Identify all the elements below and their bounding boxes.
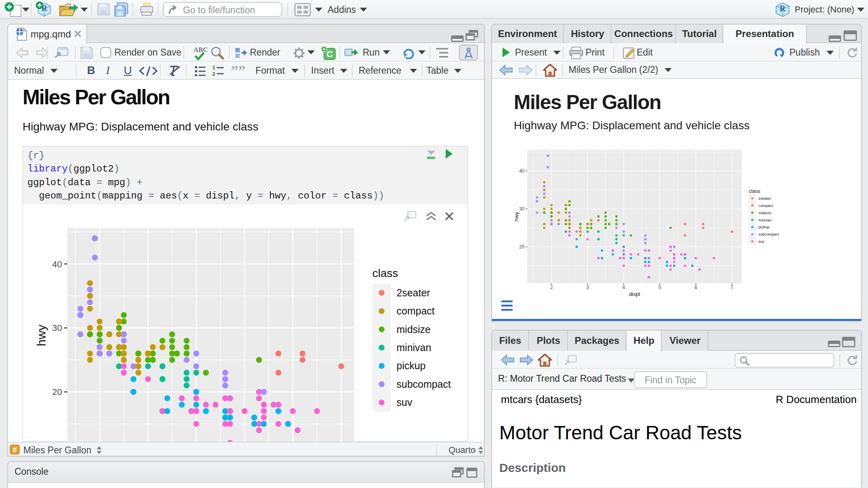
svg-text:20: 20 [519, 244, 525, 250]
svg-text:ABC: ABC [193, 46, 208, 54]
svg-text:40: 40 [52, 259, 62, 269]
svg-text:C: C [326, 49, 333, 59]
svg-text:compact: compact [758, 203, 773, 208]
svg-text:2seater: 2seater [758, 196, 771, 201]
svg-text:subcompact: subcompact [397, 378, 451, 390]
svg-text:R: R [780, 4, 786, 13]
svg-text:pickup: pickup [397, 360, 426, 371]
svg-text:2: 2 [550, 285, 553, 290]
svg-text:2: 2 [212, 71, 215, 76]
svg-text:1: 1 [212, 65, 215, 70]
svg-text:30: 30 [52, 323, 62, 333]
svg-text:7: 7 [731, 285, 733, 290]
svg-text:suv: suv [397, 397, 412, 408]
svg-text:4: 4 [622, 285, 625, 290]
svg-text:5: 5 [658, 285, 661, 290]
svg-text:2seater: 2seater [397, 287, 430, 298]
svg-text:6: 6 [694, 285, 697, 290]
svg-text:pickup: pickup [758, 225, 769, 229]
svg-text:minivan: minivan [397, 342, 431, 353]
svg-text:hwy: hwy [513, 212, 519, 221]
svg-text:40: 40 [519, 168, 525, 174]
svg-text:compact: compact [397, 305, 435, 316]
svg-text:suv: suv [758, 239, 764, 244]
svg-text:class: class [372, 267, 398, 279]
svg-text:30: 30 [519, 206, 525, 212]
svg-text:20: 20 [52, 387, 62, 397]
svg-text:displ: displ [629, 291, 640, 297]
svg-text:class: class [749, 188, 760, 194]
svg-text:midsize: midsize [397, 324, 431, 335]
svg-text:3: 3 [586, 285, 589, 290]
svg-text:hwy: hwy [35, 325, 48, 346]
svg-text:subcompact: subcompact [758, 232, 779, 236]
svg-text:midsize: midsize [758, 211, 771, 215]
svg-text:minivan: minivan [758, 218, 772, 222]
